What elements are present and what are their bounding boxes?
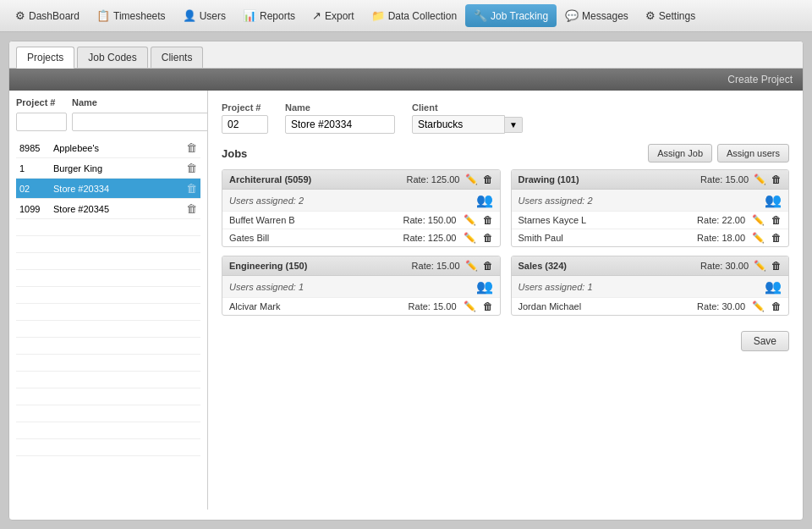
- edit-icon[interactable]: ✏️: [752, 214, 765, 226]
- job-user-row: Jordan Michael Rate: 30.00 ✏️ 🗑: [512, 298, 789, 315]
- job-card-sales: Sales (324) Rate: 30.00 ✏️ 🗑 Users assig…: [511, 256, 790, 316]
- create-project-link[interactable]: Create Project: [727, 74, 793, 85]
- edit-icon[interactable]: ✏️: [465, 260, 478, 272]
- main-area: Projects Job Codes Clients Create Projec…: [0, 32, 812, 529]
- empty-row: [16, 338, 200, 355]
- tab-job-codes[interactable]: Job Codes: [77, 47, 147, 68]
- project-row-selected[interactable]: 02 Store #20334 🗑: [16, 179, 200, 199]
- name-input[interactable]: [285, 115, 395, 134]
- tab-projects[interactable]: Projects: [16, 47, 74, 69]
- save-button[interactable]: Save: [741, 331, 789, 351]
- project-row[interactable]: 8985 Applebee's 🗑: [16, 138, 200, 158]
- nav-item-data-collection[interactable]: 📁 Data Collection: [363, 4, 465, 27]
- tab-bar: Projects Job Codes Clients: [9, 41, 803, 69]
- col-name-header: Name: [72, 97, 97, 107]
- job-subheader: Users assigned: 1 👥: [222, 276, 500, 298]
- empty-row: [16, 253, 200, 270]
- trash-icon[interactable]: 🗑: [483, 232, 493, 244]
- nav-item-job-tracking[interactable]: 🔧 Job Tracking: [465, 4, 557, 27]
- project-row[interactable]: 1 Burger King 🗑: [16, 158, 200, 179]
- tab-clients[interactable]: Clients: [151, 47, 204, 68]
- client-dropdown-button[interactable]: ▼: [505, 117, 523, 133]
- col-project-header: Project #: [16, 97, 67, 107]
- edit-icon[interactable]: ✏️: [754, 174, 766, 185]
- search-row: [16, 113, 200, 131]
- top-navigation: ⚙ DashBoard 📋 Timesheets 👤 Users 📊 Repor…: [0, 0, 812, 32]
- jobs-header: Jobs Assign Job Assign users: [222, 144, 789, 163]
- project-number-label: Project #: [222, 102, 268, 113]
- nav-item-timesheets[interactable]: 📋 Timesheets: [88, 4, 174, 27]
- reports-icon: 📊: [243, 9, 256, 22]
- edit-icon[interactable]: ✏️: [752, 232, 765, 244]
- trash-icon[interactable]: 🗑: [186, 202, 197, 215]
- content-layout: Project # Name 8985 Applebee's 🗑 1 Burge…: [9, 91, 803, 510]
- trash-icon[interactable]: 🗑: [483, 174, 493, 185]
- empty-row: [16, 388, 200, 405]
- edit-icon[interactable]: ✏️: [464, 300, 476, 312]
- job-tracking-icon: 🔧: [474, 9, 487, 22]
- empty-row: [16, 219, 200, 236]
- nav-item-dashboard[interactable]: ⚙ DashBoard: [7, 4, 88, 27]
- empty-row: [16, 304, 200, 321]
- client-group: Client ▼: [412, 102, 523, 134]
- left-panel-header: Project # Name: [16, 97, 200, 107]
- empty-row: [16, 372, 200, 388]
- settings-icon: ⚙: [645, 9, 656, 22]
- nav-item-export[interactable]: ↗ Export: [304, 4, 363, 27]
- trash-icon[interactable]: 🗑: [771, 300, 782, 312]
- assign-users-icon[interactable]: 👥: [765, 278, 782, 295]
- edit-icon[interactable]: ✏️: [752, 300, 765, 312]
- edit-icon[interactable]: ✏️: [465, 174, 478, 185]
- assign-users-button[interactable]: Assign users: [717, 144, 789, 163]
- edit-icon[interactable]: ✏️: [464, 214, 476, 226]
- messages-icon: 💬: [565, 9, 579, 22]
- search-name-input[interactable]: [72, 113, 208, 131]
- search-project-input[interactable]: [16, 113, 67, 131]
- job-card-engineering: Engineering (150) Rate: 15.00 ✏️ 🗑 Users…: [222, 256, 501, 316]
- job-user-row: Alcivar Mark Rate: 15.00 ✏️ 🗑: [222, 298, 500, 315]
- assign-users-icon[interactable]: 👥: [765, 192, 782, 208]
- job-user-row: Starnes Kayce L Rate: 22.00 ✏️ 🗑: [512, 212, 789, 229]
- nav-item-settings[interactable]: ⚙ Settings: [637, 4, 704, 27]
- assign-users-icon[interactable]: 👥: [476, 278, 493, 295]
- users-icon: 👤: [183, 9, 196, 22]
- client-input[interactable]: [412, 115, 505, 134]
- trash-icon[interactable]: 🗑: [186, 162, 197, 174]
- project-number-input[interactable]: [222, 115, 268, 134]
- jobs-grid: Architerural (5059) Rate: 125.00 ✏️ 🗑 Us…: [222, 169, 789, 324]
- job-user-row: Buffet Warren B Rate: 150.00 ✏️ 🗑: [222, 212, 500, 229]
- job-card-architerural: Architerural (5059) Rate: 125.00 ✏️ 🗑 Us…: [222, 169, 501, 247]
- section-header: Create Project: [9, 69, 803, 91]
- trash-icon[interactable]: 🗑: [771, 260, 782, 272]
- left-panel: Project # Name 8985 Applebee's 🗑 1 Burge…: [9, 91, 208, 510]
- job-user-row: Gates Bill Rate: 125.00 ✏️ 🗑: [222, 229, 500, 246]
- job-card-header: Architerural (5059) Rate: 125.00 ✏️ 🗑: [222, 170, 500, 190]
- trash-icon[interactable]: 🗑: [186, 182, 197, 195]
- empty-row: [16, 321, 200, 338]
- job-card-header: Sales (324) Rate: 30.00 ✏️ 🗑: [512, 256, 789, 276]
- job-card-header: Engineering (150) Rate: 15.00 ✏️ 🗑: [222, 256, 500, 276]
- trash-icon[interactable]: 🗑: [771, 214, 782, 226]
- job-subheader: Users assigned: 2 👥: [222, 190, 500, 212]
- trash-icon[interactable]: 🗑: [483, 214, 493, 226]
- trash-icon[interactable]: 🗑: [771, 232, 782, 244]
- nav-item-reports[interactable]: 📊 Reports: [234, 4, 304, 27]
- job-card-header: Drawing (101) Rate: 15.00 ✏️ 🗑: [512, 170, 789, 190]
- project-row[interactable]: 1099 Store #20345 🗑: [16, 199, 200, 219]
- assign-users-icon[interactable]: 👥: [476, 192, 493, 208]
- assign-job-button[interactable]: Assign Job: [648, 144, 712, 163]
- trash-icon[interactable]: 🗑: [483, 260, 493, 272]
- edit-icon[interactable]: ✏️: [754, 260, 766, 272]
- dashboard-icon: ⚙: [15, 9, 25, 22]
- edit-icon[interactable]: ✏️: [464, 232, 476, 244]
- trash-icon[interactable]: 🗑: [771, 174, 782, 185]
- timesheets-icon: 📋: [96, 9, 110, 22]
- job-user-row: Smith Paul Rate: 18.00 ✏️ 🗑: [512, 229, 789, 246]
- empty-row: [16, 287, 200, 304]
- trash-icon[interactable]: 🗑: [483, 300, 493, 312]
- nav-item-messages[interactable]: 💬 Messages: [557, 4, 637, 27]
- trash-icon[interactable]: 🗑: [186, 141, 197, 154]
- nav-item-users[interactable]: 👤 Users: [174, 4, 234, 27]
- jobs-title: Jobs: [222, 147, 247, 160]
- empty-row: [16, 355, 200, 372]
